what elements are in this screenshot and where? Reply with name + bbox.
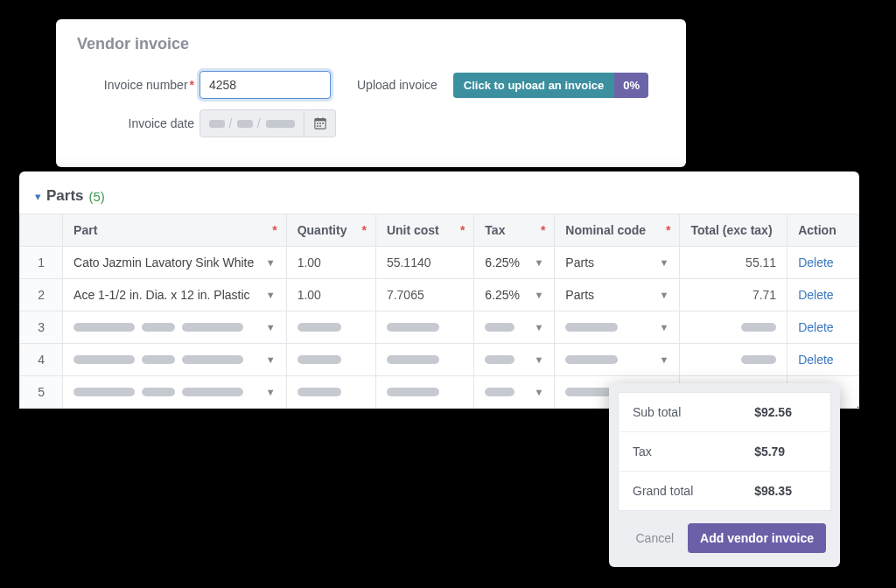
upload-invoice-button[interactable]: Click to upload an invoice 0% bbox=[453, 73, 648, 98]
nominal-cell[interactable]: Parts▼ bbox=[555, 279, 680, 312]
caret-down-icon: ▼ bbox=[534, 290, 543, 300]
part-cell[interactable]: Ace 1-1/2 in. Dia. x 12 in. Plastic▼ bbox=[63, 279, 287, 312]
col-unit-cost: Unit cost* bbox=[375, 214, 473, 247]
caret-down-icon: ▼ bbox=[534, 354, 543, 365]
tax-cell[interactable]: 6.25%▼ bbox=[474, 247, 555, 279]
tax-cell[interactable]: ▼ bbox=[474, 312, 555, 344]
caret-down-icon: ▼ bbox=[266, 387, 276, 397]
total-cell bbox=[680, 312, 788, 344]
caret-down-icon: ▼ bbox=[660, 257, 669, 268]
delete-button[interactable]: Delete bbox=[798, 256, 833, 270]
row-number: 3 bbox=[20, 312, 63, 344]
part-cell[interactable]: Cato Jazmin Lavatory Sink White▼ bbox=[63, 247, 287, 279]
caret-down-icon: ▼ bbox=[266, 354, 276, 365]
tax-label: Tax bbox=[619, 432, 741, 472]
parts-card: ▾ Parts (5) Part* Quantity* Unit cost* T… bbox=[19, 172, 859, 409]
upload-invoice-button-text: Click to upload an invoice bbox=[453, 73, 614, 98]
parts-section-header[interactable]: ▾ Parts (5) bbox=[19, 187, 859, 214]
invoice-number-input[interactable] bbox=[200, 71, 331, 99]
col-nominal: Nominal code* bbox=[555, 214, 680, 247]
svg-rect-4 bbox=[317, 122, 318, 124]
grand-total-label: Grand total bbox=[619, 472, 741, 511]
col-part: Part* bbox=[63, 214, 287, 247]
caret-down-icon: ▼ bbox=[660, 290, 669, 300]
tax-cell[interactable]: 6.25%▼ bbox=[474, 279, 555, 312]
unit-cost-cell[interactable]: 7.7065 bbox=[375, 279, 473, 312]
subtotal-label: Sub total bbox=[619, 393, 741, 432]
unit-cost-cell[interactable] bbox=[375, 312, 473, 344]
nominal-cell[interactable]: ▼ bbox=[555, 312, 680, 344]
svg-rect-3 bbox=[322, 117, 323, 120]
part-cell[interactable]: ▼ bbox=[63, 376, 287, 409]
total-cell bbox=[680, 344, 788, 376]
add-vendor-invoice-button[interactable]: Add vendor invoice bbox=[688, 523, 826, 553]
col-tax: Tax* bbox=[474, 214, 555, 247]
row-number: 1 bbox=[20, 247, 63, 279]
svg-rect-8 bbox=[319, 125, 321, 127]
part-cell[interactable]: ▼ bbox=[63, 344, 287, 376]
part-cell[interactable]: ▼ bbox=[63, 312, 287, 344]
grand-total-value: $98.35 bbox=[740, 472, 830, 511]
required-icon: * bbox=[190, 78, 194, 92]
svg-rect-2 bbox=[317, 117, 318, 120]
tax-cell[interactable]: ▼ bbox=[474, 376, 555, 409]
delete-button[interactable]: Delete bbox=[798, 353, 833, 367]
delete-button[interactable]: Delete bbox=[798, 320, 833, 334]
calendar-icon bbox=[314, 117, 326, 130]
svg-rect-5 bbox=[319, 122, 321, 124]
svg-rect-6 bbox=[322, 122, 324, 124]
subtotal-value: $92.56 bbox=[740, 393, 830, 432]
parts-count: (5) bbox=[89, 189, 105, 204]
caret-down-icon: ▼ bbox=[266, 322, 276, 332]
cancel-button[interactable]: Cancel bbox=[635, 531, 674, 545]
svg-rect-7 bbox=[317, 125, 318, 127]
delete-button[interactable]: Delete bbox=[798, 288, 833, 302]
upload-progress-badge: 0% bbox=[614, 73, 648, 98]
invoice-number-label: Invoice number* bbox=[77, 78, 200, 92]
row-number: 5 bbox=[20, 376, 63, 409]
upload-invoice-label: Upload invoice bbox=[357, 78, 438, 92]
row-number: 4 bbox=[20, 344, 63, 376]
caret-down-icon: ▼ bbox=[534, 322, 543, 332]
date-picker-button[interactable] bbox=[304, 109, 336, 137]
total-cell: 7.71 bbox=[680, 279, 788, 312]
col-total: Total (exc tax) bbox=[680, 214, 788, 247]
caret-down-icon: ▼ bbox=[534, 387, 543, 397]
caret-down-icon: ▼ bbox=[534, 257, 543, 268]
chevron-down-icon: ▾ bbox=[35, 190, 41, 203]
caret-down-icon: ▼ bbox=[660, 354, 669, 365]
quantity-cell[interactable] bbox=[286, 376, 375, 409]
col-quantity: Quantity* bbox=[286, 214, 375, 247]
nominal-cell[interactable]: ▼ bbox=[555, 344, 680, 376]
svg-rect-1 bbox=[314, 119, 325, 122]
parts-table: Part* Quantity* Unit cost* Tax* Nominal … bbox=[19, 214, 859, 409]
quantity-cell[interactable]: 1.00 bbox=[286, 247, 375, 279]
summary-table: Sub total$92.56 Tax$5.79 Grand total$98.… bbox=[618, 392, 831, 511]
table-row: 1Cato Jazmin Lavatory Sink White▼1.0055.… bbox=[20, 247, 859, 279]
invoice-date-label: Invoice date bbox=[77, 116, 200, 130]
tax-value: $5.79 bbox=[740, 432, 830, 472]
invoice-date-row: Invoice date / / bbox=[77, 109, 665, 137]
invoice-number-row: Invoice number* Upload invoice Click to … bbox=[77, 71, 665, 99]
caret-down-icon: ▼ bbox=[266, 257, 276, 268]
total-cell: 55.11 bbox=[680, 247, 788, 279]
caret-down-icon: ▼ bbox=[266, 290, 276, 300]
col-action: Action bbox=[788, 214, 859, 247]
invoice-date-input[interactable]: / / bbox=[200, 109, 304, 137]
quantity-cell[interactable]: 1.00 bbox=[286, 279, 375, 312]
unit-cost-cell[interactable] bbox=[375, 344, 473, 376]
table-row: 2Ace 1-1/2 in. Dia. x 12 in. Plastic▼1.0… bbox=[20, 279, 859, 312]
vendor-invoice-card: Vendor invoice Invoice number* Upload in… bbox=[56, 19, 686, 167]
summary-card: Sub total$92.56 Tax$5.79 Grand total$98.… bbox=[609, 383, 840, 567]
quantity-cell[interactable] bbox=[286, 312, 375, 344]
table-row: 4▼▼▼Delete bbox=[20, 344, 859, 376]
quantity-cell[interactable] bbox=[286, 344, 375, 376]
unit-cost-cell[interactable]: 55.1140 bbox=[375, 247, 473, 279]
caret-down-icon: ▼ bbox=[660, 322, 669, 332]
table-row: 3▼▼▼Delete bbox=[20, 312, 859, 344]
unit-cost-cell[interactable] bbox=[375, 376, 473, 409]
nominal-cell[interactable]: Parts▼ bbox=[555, 247, 680, 279]
tax-cell[interactable]: ▼ bbox=[474, 344, 555, 376]
parts-title: Parts bbox=[46, 187, 84, 205]
vendor-invoice-title: Vendor invoice bbox=[77, 35, 665, 53]
